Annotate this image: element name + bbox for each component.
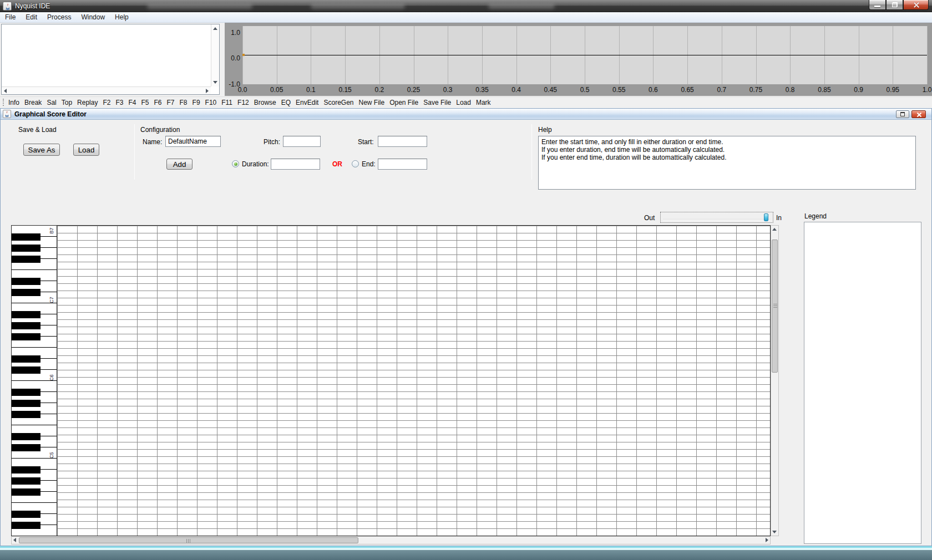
toolbar-f2[interactable]: F2 [103, 99, 110, 106]
zoom-slider[interactable] [660, 212, 773, 223]
toolbar-scoregen[interactable]: ScoreGen [323, 99, 353, 106]
menu-help[interactable]: Help [110, 12, 134, 22]
black-key[interactable] [12, 289, 40, 296]
toolbar-browse[interactable]: Browse [254, 99, 276, 106]
toolbar-envedit[interactable]: EnvEdit [296, 99, 318, 106]
piano-roll-horizontal-scrollbar[interactable] [11, 536, 771, 544]
minimize-button[interactable] [869, 0, 886, 10]
toolbar-new-file[interactable]: New File [358, 99, 384, 106]
scroll-up-icon[interactable] [213, 27, 217, 30]
toolbar-info[interactable]: Info [8, 99, 19, 106]
restore-button[interactable] [886, 0, 903, 10]
close-button[interactable] [903, 0, 929, 10]
scroll-up-button[interactable] [771, 226, 778, 233]
black-key[interactable] [12, 477, 40, 485]
java-icon [3, 110, 11, 118]
end-radio[interactable] [352, 160, 359, 167]
scroll-down-button[interactable] [771, 528, 778, 536]
scroll-right-button[interactable] [763, 537, 770, 544]
toolbar-grip[interactable] [3, 99, 4, 106]
black-key[interactable] [12, 400, 40, 407]
window-bottom-edge [0, 546, 932, 560]
java-icon [3, 2, 12, 11]
menu-window[interactable]: Window [76, 12, 110, 22]
toolbar-load[interactable]: Load [456, 99, 471, 106]
toolbar-eq[interactable]: EQ [281, 99, 291, 106]
start-field[interactable] [378, 136, 427, 147]
toolbar-f11[interactable]: F11 [221, 99, 232, 106]
toolbar-break[interactable]: Break [24, 99, 42, 106]
score-editor-close-button[interactable] [911, 110, 926, 118]
black-key[interactable] [12, 444, 40, 451]
toolbar-open-file[interactable]: Open File [389, 99, 418, 106]
vertical-scroll-thumb[interactable] [772, 240, 778, 373]
piano-roll-vertical-scrollbar[interactable] [771, 225, 779, 536]
black-key[interactable] [12, 233, 40, 241]
scroll-right-icon[interactable] [206, 89, 209, 93]
black-key[interactable] [12, 278, 40, 285]
toolbar-save-file[interactable]: Save File [423, 99, 451, 106]
load-button[interactable]: Load [73, 144, 99, 156]
help-line: If you enter duration, end time will be … [541, 146, 913, 154]
toolbar-top[interactable]: Top [62, 99, 72, 106]
help-section-label: Help [538, 126, 552, 134]
black-key[interactable] [12, 355, 40, 363]
key-label-c6: C6 [49, 374, 54, 381]
duration-label: Duration: [242, 160, 269, 168]
black-key[interactable] [12, 411, 40, 418]
toolbar-mark[interactable]: Mark [476, 99, 491, 106]
menu-file[interactable]: File [0, 12, 21, 22]
black-key[interactable] [12, 488, 40, 496]
score-editor-window: Graphical Score Editor Save & Load Save … [0, 108, 932, 546]
add-button[interactable]: Add [166, 159, 193, 170]
black-key[interactable] [12, 311, 40, 318]
zoom-slider-thumb[interactable] [764, 213, 768, 221]
duration-field[interactable] [271, 159, 320, 170]
window-controls [869, 0, 929, 10]
toolbar-f12[interactable]: F12 [237, 99, 249, 106]
black-key[interactable] [12, 511, 40, 518]
toolbar-f4[interactable]: F4 [128, 99, 136, 106]
menu-edit[interactable]: Edit [21, 12, 42, 22]
black-key[interactable] [12, 466, 40, 474]
name-field[interactable] [165, 136, 221, 147]
toolbar-f7[interactable]: F7 [167, 99, 175, 106]
black-key[interactable] [12, 333, 40, 340]
waveform-plot[interactable] [242, 26, 927, 84]
black-key[interactable] [12, 389, 40, 396]
toolbar-replay[interactable]: Replay [77, 99, 98, 106]
piano-keyboard[interactable]: B7C7C6C5 [11, 225, 57, 536]
score-editor-restore-button[interactable] [896, 110, 909, 118]
score-editor-titlebar[interactable]: Graphical Score Editor [1, 109, 931, 120]
toolbar-f5[interactable]: F5 [141, 99, 149, 106]
toolbar-f8[interactable]: F8 [180, 99, 188, 106]
pitch-field[interactable] [283, 136, 321, 147]
main-toolbar: InfoBreakSalTopReplayF2F3F4F5F6F7F8F9F10… [0, 96, 932, 108]
note-grid[interactable] [57, 225, 771, 536]
toolbar-f9[interactable]: F9 [193, 99, 200, 106]
save-as-button[interactable]: Save As [23, 144, 60, 156]
toolbar-f10[interactable]: F10 [205, 99, 217, 106]
black-key[interactable] [12, 322, 40, 329]
code-editor-panel[interactable] [1, 24, 220, 95]
black-key[interactable] [12, 522, 40, 529]
editor-horizontal-scrollbar[interactable] [2, 86, 211, 94]
editor-vertical-scrollbar[interactable] [211, 24, 219, 86]
menu-process[interactable]: Process [42, 12, 76, 22]
black-key[interactable] [12, 433, 40, 440]
end-field[interactable] [378, 159, 427, 170]
scroll-left-icon[interactable] [4, 89, 7, 93]
zoom-slider-track[interactable] [663, 219, 771, 220]
duration-radio[interactable] [232, 160, 239, 167]
black-key[interactable] [12, 366, 40, 374]
black-key[interactable] [12, 245, 40, 252]
horizontal-scroll-thumb[interactable] [19, 537, 358, 543]
toolbar-f6[interactable]: F6 [154, 99, 162, 106]
scroll-down-icon[interactable] [213, 81, 217, 84]
toolbar-sal[interactable]: Sal [47, 99, 56, 106]
waveform-x-axis: 0.00.050.10.150.20.250.30.350.40.450.50.… [242, 85, 927, 95]
black-key[interactable] [12, 256, 40, 263]
toolbar-f3[interactable]: F3 [115, 99, 123, 106]
scroll-left-button[interactable] [12, 537, 19, 544]
y-tick-label: 0.0 [225, 54, 240, 62]
